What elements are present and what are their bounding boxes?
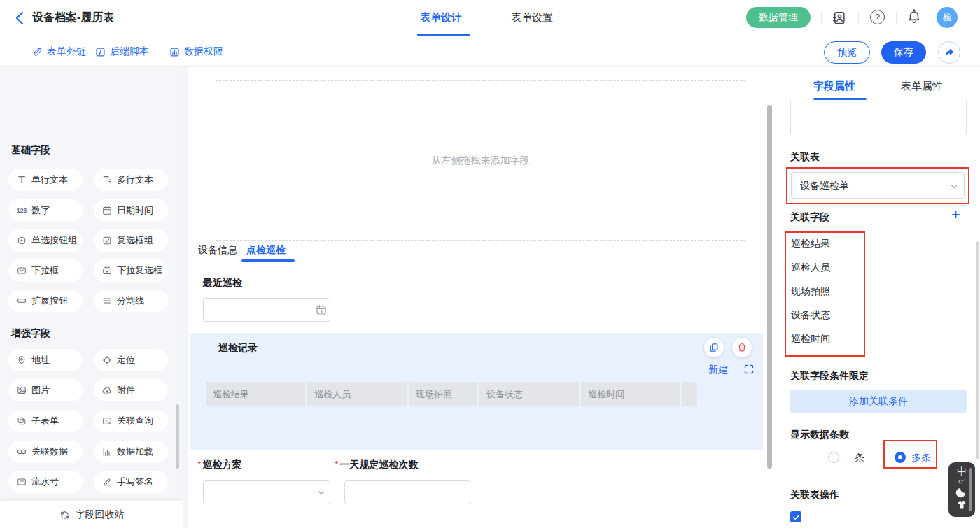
radio-multiple-records-label[interactable]: 多条 [911, 452, 931, 464]
avatar[interactable]: 检 [937, 7, 958, 28]
subform-block-inspection-records[interactable]: 巡检记录 新建 [190, 333, 763, 450]
related-table-label: 关联表 [790, 151, 820, 164]
field-pill-serial-number[interactable]: 流水号 [8, 471, 83, 493]
tab-form-settings[interactable]: 表单设置 [511, 11, 553, 24]
preview-button[interactable]: 预览 [824, 41, 870, 64]
required-mark: * [197, 459, 201, 470]
related-field-item[interactable]: 现场拍照 [791, 285, 830, 298]
save-button[interactable]: 保存 [881, 41, 926, 64]
field-pill-multi-select[interactable]: 下拉复选框 [94, 259, 168, 282]
field-pill-location[interactable]: 定位 [94, 349, 168, 371]
help-icon[interactable]: ? [870, 10, 885, 24]
condition-label: 关联字段条件限定 [790, 370, 869, 383]
field-pill-datetime[interactable]: 日期时间 [94, 199, 168, 222]
form-external-link-button[interactable]: 表单外链 [32, 45, 86, 58]
field-palette-sidebar: 基础字段 单行文本 多行文本 123 数字 日期时间 单选按钮组 复选框组 下拉… [0, 67, 183, 528]
panel-scrollbar[interactable] [976, 241, 979, 459]
sidebar-scrollbar[interactable] [176, 404, 179, 469]
field-label-inspection-plan: *巡检方案 [197, 459, 241, 471]
field-pill-linked-data[interactable]: 关联数据 [8, 441, 83, 463]
column-header[interactable]: 设备状态 [479, 382, 579, 406]
tab-form-properties[interactable]: 表单属性 [901, 80, 943, 93]
related-table-select[interactable]: 设备巡检单 [791, 172, 965, 199]
language-toggle-icon[interactable]: 中 [957, 466, 967, 477]
properties-panel: 字段属性 表单属性 关联表 设备巡检单 关联字段 + 巡检结果 巡检人员 现场拍… [773, 67, 980, 528]
subform-table-header: 巡检结果 巡检人员 现场拍照 设备状态 巡检时间 [206, 382, 697, 406]
tab-active-underline [417, 34, 470, 36]
app-header: 设备档案-履历表 表单设计 表单设置 数据管理 ? 检 [0, 0, 980, 36]
backend-script-button[interactable]: 后端脚本 [95, 45, 149, 58]
multi-select-icon [102, 266, 112, 276]
calendar-icon [316, 304, 327, 315]
related-field-item[interactable]: 巡检人员 [791, 262, 830, 274]
back-icon[interactable] [15, 11, 24, 25]
language-toggle-sub-icon[interactable] [958, 478, 965, 484]
column-header[interactable]: 巡检结果 [206, 382, 305, 406]
data-permission-button[interactable]: 数据权限 [169, 45, 223, 58]
dropzone[interactable]: 从左侧拖拽来添加字段 [216, 80, 746, 241]
theme-shirt-icon[interactable] [955, 499, 968, 511]
radio-multiple-records[interactable] [895, 452, 906, 463]
related-field-item[interactable]: 巡检时间 [791, 333, 830, 345]
dark-mode-moon-icon[interactable] [955, 485, 968, 498]
field-pill-multi-line-text[interactable]: 多行文本 [94, 169, 168, 191]
allow-add-checkbox[interactable] [790, 511, 802, 522]
field-pill-address[interactable]: 地址 [8, 349, 83, 371]
radio-group-icon [17, 236, 27, 245]
field-pill-number[interactable]: 123 数字 [8, 199, 83, 222]
field-pill-linked-query[interactable]: 关联查询 [94, 410, 168, 432]
address-icon [17, 355, 27, 365]
bell-icon[interactable] [906, 8, 922, 25]
field-pill-divider-line[interactable]: 分割线 [94, 290, 168, 312]
column-header-empty [682, 382, 697, 406]
field-pill-data-load[interactable]: 数据加载 [94, 441, 168, 463]
canvas-tab-inspection[interactable]: 点检巡检 [246, 244, 286, 257]
data-load-icon [102, 447, 112, 457]
recent-inspection-date-input[interactable] [203, 298, 330, 322]
link-icon [32, 47, 43, 57]
add-related-field-button[interactable]: + [951, 206, 960, 224]
column-header[interactable]: 巡检时间 [581, 382, 680, 406]
tab-field-properties[interactable]: 字段属性 [813, 80, 855, 93]
field-pill-image[interactable]: 图片 [8, 379, 83, 401]
page-title[interactable]: 设备档案-履历表 [32, 10, 114, 25]
radio-single-record[interactable] [828, 452, 839, 463]
display-count-label: 显示数据条数 [790, 429, 849, 441]
new-record-link[interactable]: 新建 [708, 364, 728, 376]
field-pill-single-line-text[interactable]: 单行文本 [8, 169, 83, 191]
share-icon [944, 47, 955, 58]
widget-scroll-indicator[interactable] [969, 468, 972, 511]
radio-single-record-label[interactable]: 一条 [845, 452, 864, 464]
expand-icon[interactable] [743, 364, 755, 375]
form-canvas: 从左侧拖拽来添加字段 设备信息 点检巡检 最近巡检 巡检记录 [183, 67, 773, 528]
extend-button-icon [17, 296, 27, 306]
canvas-tab-device-info[interactable]: 设备信息 [198, 244, 237, 257]
scrolled-textarea-partial[interactable] [790, 101, 967, 134]
tab-form-design[interactable]: 表单设计 [420, 11, 462, 24]
inspection-plan-select[interactable] [203, 480, 330, 504]
data-manage-button[interactable]: 数据管理 [746, 7, 811, 28]
canvas-scrollbar[interactable] [767, 105, 772, 469]
field-pill-subform[interactable]: 子表单 [8, 410, 83, 432]
related-field-item[interactable]: 巡检结果 [791, 238, 830, 250]
form-toolbar: 表单外链 后端脚本 数据权限 预览 保存 [0, 36, 980, 67]
field-pill-checkbox-group[interactable]: 复选框组 [94, 229, 168, 252]
field-pill-attachment[interactable]: 附件 [94, 379, 168, 401]
daily-count-input[interactable] [344, 480, 470, 504]
share-button[interactable] [938, 41, 960, 64]
canvas-gutter [183, 67, 188, 528]
signature-icon [102, 477, 112, 487]
related-field-item[interactable]: 设备状态 [791, 309, 830, 322]
field-pill-extend-button[interactable]: 扩展按钮 [8, 290, 83, 312]
field-pill-select[interactable]: 下拉框 [8, 259, 83, 282]
field-recycle-bin[interactable]: 字段回收站 [0, 501, 183, 528]
field-pill-radio-group[interactable]: 单选按钮组 [8, 229, 83, 252]
delete-button[interactable] [732, 338, 752, 357]
field-pill-signature[interactable]: 手写签名 [94, 471, 168, 493]
add-condition-button[interactable]: 添加关联条件 [790, 390, 967, 413]
column-header[interactable]: 巡检人员 [307, 382, 407, 406]
column-header[interactable]: 现场拍照 [409, 382, 477, 406]
address-book-icon[interactable] [832, 10, 846, 25]
canvas-tab-divider [188, 262, 772, 262]
copy-button[interactable] [704, 338, 724, 357]
